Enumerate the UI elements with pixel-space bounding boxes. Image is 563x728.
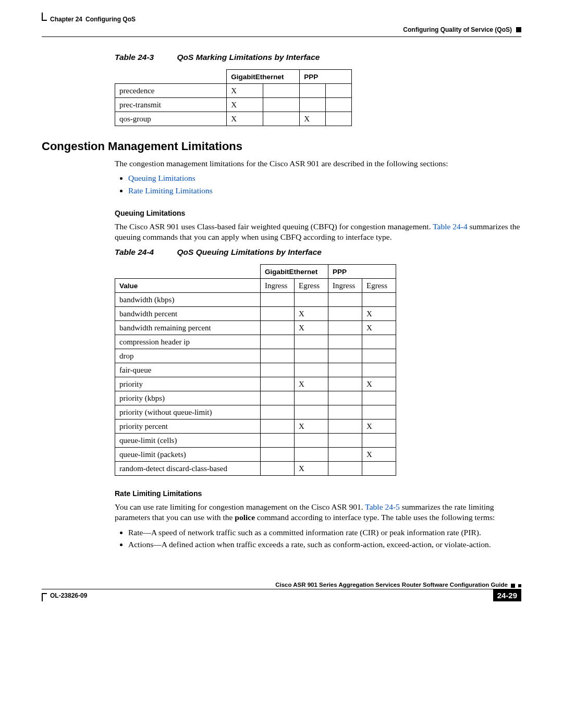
cell [261,448,295,462]
cell-label: drop [115,349,261,363]
cell-label: random-detect discard-class-based [115,462,261,476]
queuing-para-pre: The Cisco ASR 901 uses Class-based fair … [115,222,433,231]
cell: X [295,321,328,335]
table-row: bandwidth remaining percentXX [115,321,396,335]
table-row: priority (kbps) [115,391,396,405]
ratelimit-heading: Rate Limiting Limitations [115,489,521,498]
cell [326,98,352,112]
table2: GigabitEthernet PPP Value Ingress Egress… [115,264,396,476]
cell-label: priority [115,377,261,391]
cell [362,391,396,405]
cell [295,293,328,307]
table-row: priority percentXX [115,419,396,434]
rate-limiting-limitations-link[interactable]: Rate Limiting Limitations [128,186,213,195]
table2-caption: Table 24-4 QoS Queuing Limitations by In… [115,248,521,257]
cell [362,434,396,448]
header-left: Chapter 24 Configuring QoS [42,16,136,23]
cell: X [295,419,328,434]
table2-ppp-ingress: Ingress [328,279,362,293]
table-row: priorityXX [115,377,396,391]
cell [326,112,352,126]
list-item: Actions—A defined action when traffic ex… [128,539,521,550]
section-body: The congestion management limitations fo… [115,158,521,550]
cell [328,321,362,335]
cell [362,335,396,349]
cell [261,293,295,307]
cell [362,293,396,307]
cell [328,307,362,321]
ratelimit-bullets: Rate—A speed of network traffic such as … [115,527,521,551]
cell [261,391,295,405]
cell [362,363,396,377]
page: Chapter 24 Configuring QoS Configuring Q… [0,0,563,617]
square-icon [516,27,521,32]
table-row: queue-limit (packets)X [115,448,396,462]
cell [295,363,328,377]
cell: X [227,98,263,112]
section-intro: The congestion management limitations fo… [115,158,521,169]
square-icon [518,584,521,587]
corner-tick-icon [42,593,47,601]
queuing-limitations-link[interactable]: Queuing Limitations [128,174,195,182]
ratelimit-para-pre: You can use rate limiting for congestion… [115,502,365,511]
cell [328,448,362,462]
cell-label: bandwidth remaining percent [115,321,261,335]
table2-ppp-header: PPP [328,265,396,279]
table-row: drop [115,349,396,363]
table2-ppp-egress: Egress [362,279,396,293]
table-row: compression header ip [115,335,396,349]
table-24-4-link[interactable]: Table 24-4 [433,222,468,231]
cell-label: qos-group [115,112,227,126]
cell-label: fair-queue [115,363,261,377]
table-row: queue-limit (cells) [115,434,396,448]
queuing-para: The Cisco ASR 901 uses Class-based fair … [115,221,521,242]
footer-left: OL-23826-09 [42,592,87,599]
header-right-title: Configuring Quality of Service (QoS) [403,26,512,33]
page-footer: Cisco ASR 901 Series Aggregation Service… [42,582,521,601]
page-number: 24-29 [493,589,521,601]
table-row: qos-group X X [115,112,352,126]
cell [263,84,300,98]
queuing-heading: Queuing Limitations [115,209,521,217]
table1-ge-header: GigabitEthernet [227,70,300,84]
cell-label: priority (without queue-limit) [115,405,261,419]
cell: X [362,307,396,321]
cell-label: queue-limit (packets) [115,448,261,462]
ratelimit-para: You can use rate limiting for congestion… [115,502,521,523]
table1: GigabitEthernet PPP precedence X prec-tr… [115,69,352,126]
cell [261,307,295,321]
cell [328,377,362,391]
cell [295,391,328,405]
cell [261,405,295,419]
table1-empty-header [115,70,227,84]
cell [328,391,362,405]
cell [300,98,326,112]
ratelimit-para-post: command according to interface type. The… [255,513,495,522]
cell [261,321,295,335]
table-24-5-link[interactable]: Table 24-5 [365,502,400,511]
section-link-list: Queuing Limitations Rate Limiting Limita… [115,173,521,196]
square-icon [511,584,515,588]
cell [328,349,362,363]
table1-caption: Table 24-3 QoS Marking Limitations by In… [115,53,521,62]
table-row: random-detect discard-class-basedX [115,462,396,476]
cell [328,293,362,307]
cell [362,462,396,476]
cell [261,363,295,377]
cell [261,419,295,434]
table-row: fair-queue [115,363,396,377]
police-word: police [235,513,255,522]
table-row: precedence X [115,84,352,98]
table2-ge-header: GigabitEthernet [261,265,328,279]
chapter-title: Configuring QoS [85,16,136,23]
table2-value-header: Value [115,279,261,293]
cell [328,363,362,377]
list-item: Queuing Limitations [128,173,521,184]
table2-ge-egress: Egress [295,279,328,293]
cell [295,448,328,462]
table2-ge-ingress: Ingress [261,279,295,293]
page-header-top: Chapter 24 Configuring QoS [42,16,521,23]
footer-guide-title: Cisco ASR 901 Series Aggregation Service… [275,582,508,588]
cell [295,405,328,419]
cell: X [295,377,328,391]
